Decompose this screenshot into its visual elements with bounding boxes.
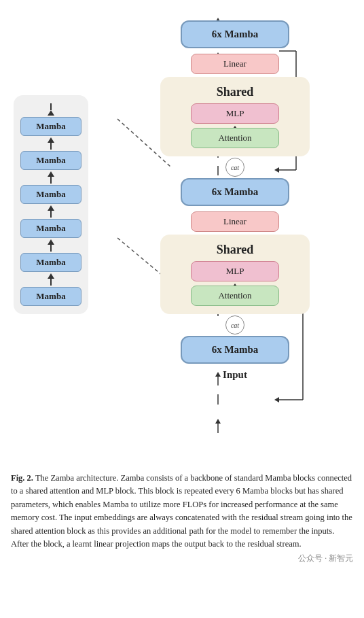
watermark: 公众号 · 新智元 — [11, 553, 353, 564]
diagram-area: Mamba Mamba Mamba Mamba Mamba Mamba — [11, 14, 353, 456]
attention-block-2: Attention — [191, 286, 279, 306]
linear-block-1: Linear — [191, 54, 279, 74]
left-mamba-1: Mamba — [20, 117, 81, 136]
bottom-mamba-unit: 6x Mamba — [181, 336, 289, 364]
shared-title-1: Shared — [217, 85, 254, 99]
shared-title-2: Shared — [217, 243, 254, 257]
left-mamba-2: Mamba — [20, 151, 81, 170]
left-mamba-4: Mamba — [20, 219, 81, 238]
mlp-block-1: MLP — [191, 103, 279, 124]
linear-block-2: Linear — [191, 211, 279, 232]
caption: Fig. 2. The Zamba architecture. Zamba co… — [11, 468, 353, 551]
top-mamba-unit: 6x Mamba — [181, 20, 289, 48]
input-label: Input — [223, 369, 247, 381]
caption-fig-label: Fig. 2. — [11, 473, 33, 483]
left-panel: Mamba Mamba Mamba Mamba Mamba Mamba — [14, 95, 88, 314]
right-panel: 6x Mamba Linear Shared MLP Attention — [160, 20, 310, 381]
shared-block-2: Shared MLP Attention — [160, 235, 310, 314]
mlp-block-2: MLP — [191, 261, 279, 281]
svg-marker-11 — [215, 419, 221, 424]
left-mamba-3: Mamba — [20, 185, 81, 204]
left-mamba-6: Mamba — [20, 287, 81, 306]
shared-block-1: Shared MLP Attention — [160, 77, 310, 156]
mid-mamba-unit: 6x Mamba — [181, 178, 289, 206]
caption-text: The Zamba architecture. Zamba consists o… — [11, 473, 352, 549]
cat-circle-1: cat — [225, 158, 244, 177]
left-mamba-5: Mamba — [20, 253, 81, 272]
svg-marker-9 — [274, 397, 279, 402]
cat-circle-2: cat — [225, 315, 244, 334]
attention-block-1: Attention — [191, 128, 279, 148]
